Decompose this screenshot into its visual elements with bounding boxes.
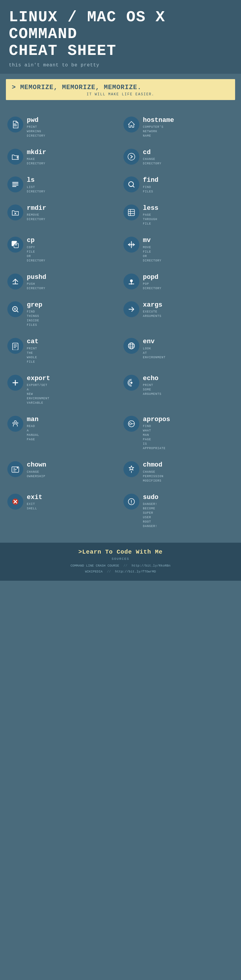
cmd-name-cat: cat xyxy=(27,338,39,345)
home-icon xyxy=(124,116,140,132)
cat-icon xyxy=(7,338,23,354)
header: LINUX / MAC OS XCOMMANDCHEAT SHEET this … xyxy=(0,0,241,74)
cmd-item-chown: chownCHANGEOWNERSHIP xyxy=(5,456,121,488)
cmd-desc-cat: PRINTTHEWHOLEFILE xyxy=(27,347,39,364)
cmd-item-echo: echoPRINTSOMEARGUMENTS xyxy=(121,369,236,410)
cmd-name-chown: chown xyxy=(27,461,46,469)
cmd-name-cp: cp xyxy=(27,237,45,244)
svg-point-10 xyxy=(130,382,133,383)
cmd-item-find: findFINDFILES xyxy=(121,171,236,199)
cmd-item-pwd: pwdPRINTWORKINGDIRECTORY xyxy=(5,111,121,143)
svg-point-12 xyxy=(13,422,14,424)
cmd-item-exit: exitEXITSHELL xyxy=(5,488,121,534)
cmd-text-popd: popdPOPDIRECTORY xyxy=(143,274,162,291)
sudo-icon: ! xyxy=(124,494,140,510)
cmd-name-less: less xyxy=(143,205,159,212)
list-icon xyxy=(7,177,23,192)
cmd-name-echo: echo xyxy=(143,375,162,382)
cmd-item-cd: cdCHANGEDIRECTORY xyxy=(121,143,236,171)
svg-point-17 xyxy=(17,467,18,469)
cmd-name-xargs: xargs xyxy=(143,301,162,309)
cmd-desc-env: LOOKATENVIRONMENT xyxy=(143,347,166,360)
cmd-desc-sudo: DANGER!BECOMESUPERUSERROOTDANGER! xyxy=(143,502,159,528)
cmd-desc-less: PAGETHROUGHFILE xyxy=(143,213,159,226)
cmd-name-rmdir: rmdir xyxy=(27,205,46,212)
folder-x-icon xyxy=(7,205,23,220)
doc-icon xyxy=(7,116,23,132)
cmd-text-env: envLOOKATENVIRONMENT xyxy=(143,338,166,360)
cmd-name-man: man xyxy=(27,416,39,423)
cmd-desc-chmod: CHANGEPERMISSIONMODIFIERS xyxy=(143,470,163,483)
cmd-text-ls: lsLISTDIRECTORY xyxy=(27,177,45,194)
svg-point-5 xyxy=(130,280,133,282)
cmd-name-ls: ls xyxy=(27,177,45,184)
exit-icon xyxy=(7,494,23,510)
footer-link-clcc: COMMAND LINE CRASH COURSE xyxy=(70,564,119,568)
cmd-name-env: env xyxy=(143,338,166,345)
cmd-text-apropos: aproposFINDWHATMANPAGEISAPPROPRIATE xyxy=(143,416,170,450)
cmd-desc-find: FINDFILES xyxy=(143,185,159,194)
footer-title: >Learn To Code With Me xyxy=(6,549,235,555)
svg-text:!: ! xyxy=(130,499,133,505)
cmd-text-cp: cpCOPYFILEORDIRECTORY xyxy=(27,237,45,262)
footer-link-wiki: WIKIPEDIA xyxy=(85,570,103,573)
cmd-desc-popd: POPDIRECTORY xyxy=(143,282,162,291)
cmd-text-xargs: xargsEXECUTEARGUMENTS xyxy=(143,301,162,318)
cmd-text-export: exportEXPORT/SETANEWENVIRONMENTVARIABLE xyxy=(27,375,50,405)
footer-links: COMMAND LINE CRASH COURSE // http://bit.… xyxy=(6,563,235,575)
svg-point-9 xyxy=(130,343,133,349)
cmd-desc-cp: COPYFILEORDIRECTORY xyxy=(27,245,45,263)
cmd-item-mkdir: mkdirMAKEDIRECTORY xyxy=(5,143,121,171)
cmd-text-chown: chownCHANGEOWNERSHIP xyxy=(27,461,46,478)
xargs-icon xyxy=(124,301,140,317)
cmd-item-ls: lsLISTDIRECTORY xyxy=(5,171,121,199)
cmd-text-less: lessPAGETHROUGHFILE xyxy=(143,205,159,226)
footer-sources-label: SOURCES xyxy=(6,557,235,561)
footer-url-clcc: http://bit.ly/RkoRBn xyxy=(132,564,171,568)
cmd-desc-ls: LISTDIRECTORY xyxy=(27,185,45,194)
cmd-item-less: lessPAGETHROUGHFILE xyxy=(121,199,236,231)
cmd-item-mv: mvMOVEFILEORDIRECTORY xyxy=(121,231,236,268)
cmd-text-pwd: pwdPRINTWORKINGDIRECTORY xyxy=(27,116,45,138)
cmd-name-grep: grep xyxy=(27,301,43,309)
cmd-item-chmod: chmodCHANGEPERMISSIONMODIFIERS xyxy=(121,456,236,488)
cmd-text-hostname: hostnameCOMPUTER'SNETWORKNAME xyxy=(143,116,174,138)
cmd-desc-export: EXPORT/SETANEWENVIRONMENTVARIABLE xyxy=(27,383,50,405)
echo-icon xyxy=(124,375,140,391)
cmd-desc-apropos: FINDWHATMANPAGEISAPPROPRIATE xyxy=(143,424,170,450)
svg-rect-3 xyxy=(128,209,135,215)
header-subtitle: this ain't meant to be pretty xyxy=(9,62,235,68)
env-icon xyxy=(124,338,140,354)
cmd-item-pushd: pushdPUSHDIRECTORY xyxy=(5,268,121,296)
cmd-desc-xargs: EXECUTEARGUMENTS xyxy=(143,310,162,318)
footer: >Learn To Code With Me SOURCES COMMAND L… xyxy=(0,542,241,581)
cmd-name-popd: popd xyxy=(143,274,162,281)
search-icon xyxy=(124,177,140,192)
commands-grid: pwdPRINTWORKINGDIRECTORYhostnameCOMPUTER… xyxy=(5,111,236,534)
cmd-desc-man: READAMANUALPAGE xyxy=(27,424,39,442)
cmd-text-rmdir: rmdirREMOVEDIRECTORY xyxy=(27,205,46,222)
cmd-name-cd: cd xyxy=(143,149,162,156)
cmd-text-man: manREADAMANUALPAGE xyxy=(27,416,39,442)
move-icon xyxy=(124,237,140,253)
footer-url-wiki: http://bit.ly/fTOwrMD xyxy=(115,570,156,573)
cmd-item-sudo: !sudoDANGER!BECOMESUPERUSERROOTDANGER! xyxy=(121,488,236,534)
memo-main-text: > MEMORIZE, MEMORIZE, MEMORIZE. xyxy=(12,84,229,91)
memo-sub-text: IT WILL MAKE LIFE EASIER. xyxy=(12,92,229,97)
push-icon xyxy=(7,274,23,290)
cmd-item-hostname: hostnameCOMPUTER'SNETWORKNAME xyxy=(121,111,236,143)
cmd-desc-hostname: COMPUTER'SNETWORKNAME xyxy=(143,125,174,138)
cmd-item-export: exportEXPORT/SETANEWENVIRONMENTVARIABLE xyxy=(5,369,121,410)
cmd-text-cat: catPRINTTHEWHOLEFILE xyxy=(27,338,39,364)
cmd-text-pushd: pushdPUSHDIRECTORY xyxy=(27,274,46,291)
svg-point-1 xyxy=(128,153,135,160)
cmd-name-find: find xyxy=(143,177,159,184)
cmd-name-exit: exit xyxy=(27,494,43,501)
footer-sep-2: // xyxy=(107,570,111,573)
svg-point-8 xyxy=(128,343,135,349)
cmd-desc-grep: FINDTHINGSINSIDEFILES xyxy=(27,310,43,327)
cmd-name-pwd: pwd xyxy=(27,116,45,124)
cmd-text-mv: mvMOVEFILEORDIRECTORY xyxy=(143,237,162,262)
cmd-name-mkdir: mkdir xyxy=(27,149,46,156)
cmd-name-pushd: pushd xyxy=(27,274,46,281)
